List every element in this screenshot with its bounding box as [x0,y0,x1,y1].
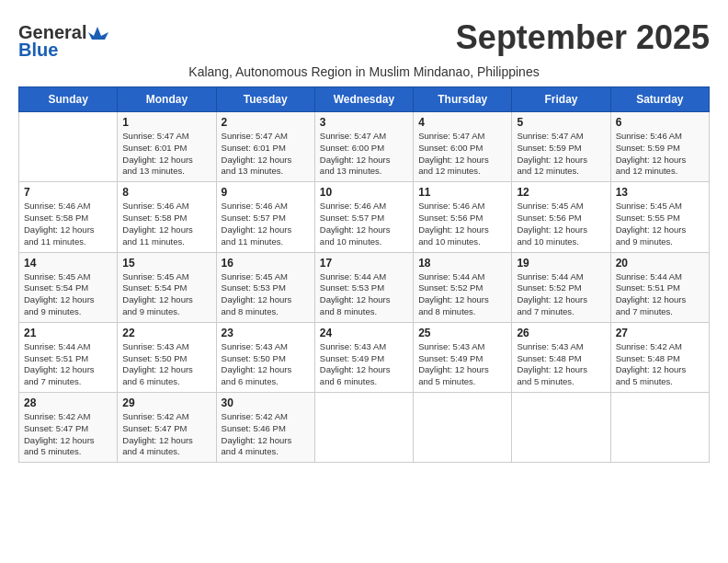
day-info: Sunrise: 5:46 AM Sunset: 5:56 PM Dayligh… [418,201,506,247]
day-number: 15 [122,257,210,270]
day-number: 4 [418,116,506,129]
day-number: 8 [122,186,210,199]
calendar-cell [314,393,413,463]
calendar-subtitle: Kalang, Autonomous Region in Muslim Mind… [18,64,710,79]
calendar-cell: 5Sunrise: 5:47 AM Sunset: 5:59 PM Daylig… [512,112,610,182]
calendar-cell: 1Sunrise: 5:47 AM Sunset: 6:01 PM Daylig… [118,112,216,182]
day-info: Sunrise: 5:45 AM Sunset: 5:53 PM Dayligh… [222,271,310,318]
calendar-cell: 17Sunrise: 5:44 AM Sunset: 5:53 PM Dayli… [314,252,413,322]
day-number: 10 [320,186,408,199]
day-info: Sunrise: 5:43 AM Sunset: 5:50 PM Dayligh… [122,341,210,388]
day-number: 27 [616,327,704,339]
calendar-cell: 27Sunrise: 5:42 AM Sunset: 5:48 PM Dayli… [610,322,709,392]
day-info: Sunrise: 5:45 AM Sunset: 5:54 PM Dayligh… [122,271,210,318]
day-info: Sunrise: 5:47 AM Sunset: 6:01 PM Dayligh… [222,131,310,178]
col-header-saturday: Saturday [610,87,709,112]
day-info: Sunrise: 5:44 AM Sunset: 5:51 PM Dayligh… [616,271,704,318]
day-info: Sunrise: 5:45 AM Sunset: 5:56 PM Dayligh… [517,201,605,247]
calendar-cell: 11Sunrise: 5:46 AM Sunset: 5:56 PM Dayli… [414,182,512,252]
calendar-cell: 3Sunrise: 5:47 AM Sunset: 6:00 PM Daylig… [314,112,413,182]
day-number: 25 [418,327,506,339]
col-header-monday: Monday [118,87,216,112]
day-number: 13 [616,186,704,199]
day-number: 16 [222,257,310,270]
calendar-cell: 6Sunrise: 5:46 AM Sunset: 5:59 PM Daylig… [610,112,709,182]
day-info: Sunrise: 5:46 AM Sunset: 5:57 PM Dayligh… [320,201,408,247]
calendar-cell: 28Sunrise: 5:42 AM Sunset: 5:47 PM Dayli… [19,393,118,463]
day-number: 12 [517,186,605,199]
day-info: Sunrise: 5:46 AM Sunset: 5:58 PM Dayligh… [24,201,112,247]
calendar-cell: 7Sunrise: 5:46 AM Sunset: 5:58 PM Daylig… [19,182,118,252]
week-row-4: 21Sunrise: 5:44 AM Sunset: 5:51 PM Dayli… [19,322,710,392]
day-number: 1 [122,116,210,129]
logo-blue: Blue [18,40,58,61]
day-info: Sunrise: 5:45 AM Sunset: 5:54 PM Dayligh… [24,271,112,318]
calendar-cell: 4Sunrise: 5:47 AM Sunset: 6:00 PM Daylig… [414,112,512,182]
day-info: Sunrise: 5:46 AM Sunset: 5:57 PM Dayligh… [222,201,310,247]
logo-icon [88,25,108,41]
week-row-2: 7Sunrise: 5:46 AM Sunset: 5:58 PM Daylig… [19,182,710,252]
day-info: Sunrise: 5:47 AM Sunset: 5:59 PM Dayligh… [517,131,605,178]
month-title: September 2025 [456,18,710,57]
calendar-cell: 24Sunrise: 5:43 AM Sunset: 5:49 PM Dayli… [314,322,413,392]
day-info: Sunrise: 5:46 AM Sunset: 5:59 PM Dayligh… [616,131,704,178]
calendar-cell: 14Sunrise: 5:45 AM Sunset: 5:54 PM Dayli… [19,252,118,322]
day-info: Sunrise: 5:47 AM Sunset: 6:01 PM Dayligh… [122,131,210,178]
day-info: Sunrise: 5:43 AM Sunset: 5:49 PM Dayligh… [418,341,506,388]
calendar-cell: 16Sunrise: 5:45 AM Sunset: 5:53 PM Dayli… [216,252,314,322]
col-header-wednesday: Wednesday [314,87,413,112]
calendar-cell: 26Sunrise: 5:43 AM Sunset: 5:48 PM Dayli… [512,322,610,392]
calendar-cell [19,112,118,182]
day-number: 19 [517,257,605,270]
day-number: 2 [222,116,310,129]
day-number: 17 [320,257,408,270]
day-number: 9 [222,186,310,199]
day-number: 3 [320,116,408,129]
calendar-cell: 2Sunrise: 5:47 AM Sunset: 6:01 PM Daylig… [216,112,314,182]
calendar-cell: 23Sunrise: 5:43 AM Sunset: 5:50 PM Dayli… [216,322,314,392]
day-info: Sunrise: 5:42 AM Sunset: 5:47 PM Dayligh… [122,411,210,458]
day-number: 18 [418,257,506,270]
calendar-cell [610,393,709,463]
day-info: Sunrise: 5:44 AM Sunset: 5:52 PM Dayligh… [418,271,506,318]
logo: General Blue [18,22,108,61]
day-info: Sunrise: 5:42 AM Sunset: 5:46 PM Dayligh… [222,411,310,458]
calendar-cell [414,393,512,463]
day-number: 29 [122,396,210,409]
calendar-cell: 21Sunrise: 5:44 AM Sunset: 5:51 PM Dayli… [19,322,118,392]
day-info: Sunrise: 5:42 AM Sunset: 5:48 PM Dayligh… [616,341,704,388]
day-number: 14 [24,257,112,270]
day-number: 6 [616,116,704,129]
col-header-tuesday: Tuesday [216,87,314,112]
day-number: 22 [122,327,210,339]
calendar-cell: 20Sunrise: 5:44 AM Sunset: 5:51 PM Dayli… [610,252,709,322]
day-info: Sunrise: 5:44 AM Sunset: 5:51 PM Dayligh… [24,341,112,388]
col-header-friday: Friday [512,87,610,112]
day-info: Sunrise: 5:44 AM Sunset: 5:52 PM Dayligh… [517,271,605,318]
day-info: Sunrise: 5:45 AM Sunset: 5:55 PM Dayligh… [616,201,704,247]
calendar-cell: 12Sunrise: 5:45 AM Sunset: 5:56 PM Dayli… [512,182,610,252]
day-number: 11 [418,186,506,199]
calendar-cell: 15Sunrise: 5:45 AM Sunset: 5:54 PM Dayli… [118,252,216,322]
day-number: 24 [320,327,408,339]
week-row-5: 28Sunrise: 5:42 AM Sunset: 5:47 PM Dayli… [19,393,710,463]
calendar-cell: 30Sunrise: 5:42 AM Sunset: 5:46 PM Dayli… [216,393,314,463]
day-info: Sunrise: 5:42 AM Sunset: 5:47 PM Dayligh… [24,411,112,458]
calendar-cell: 10Sunrise: 5:46 AM Sunset: 5:57 PM Dayli… [314,182,413,252]
day-info: Sunrise: 5:47 AM Sunset: 6:00 PM Dayligh… [320,131,408,178]
day-number: 21 [24,327,112,339]
calendar-cell: 19Sunrise: 5:44 AM Sunset: 5:52 PM Dayli… [512,252,610,322]
calendar-cell: 22Sunrise: 5:43 AM Sunset: 5:50 PM Dayli… [118,322,216,392]
day-info: Sunrise: 5:46 AM Sunset: 5:58 PM Dayligh… [122,201,210,247]
col-header-thursday: Thursday [414,87,512,112]
day-number: 26 [517,327,605,339]
day-info: Sunrise: 5:43 AM Sunset: 5:48 PM Dayligh… [517,341,605,388]
day-number: 28 [24,396,112,409]
calendar-cell: 8Sunrise: 5:46 AM Sunset: 5:58 PM Daylig… [118,182,216,252]
calendar-cell: 13Sunrise: 5:45 AM Sunset: 5:55 PM Dayli… [610,182,709,252]
day-number: 20 [616,257,704,270]
day-number: 7 [24,186,112,199]
day-info: Sunrise: 5:43 AM Sunset: 5:49 PM Dayligh… [320,341,408,388]
week-row-3: 14Sunrise: 5:45 AM Sunset: 5:54 PM Dayli… [19,252,710,322]
day-info: Sunrise: 5:47 AM Sunset: 6:00 PM Dayligh… [418,131,506,178]
